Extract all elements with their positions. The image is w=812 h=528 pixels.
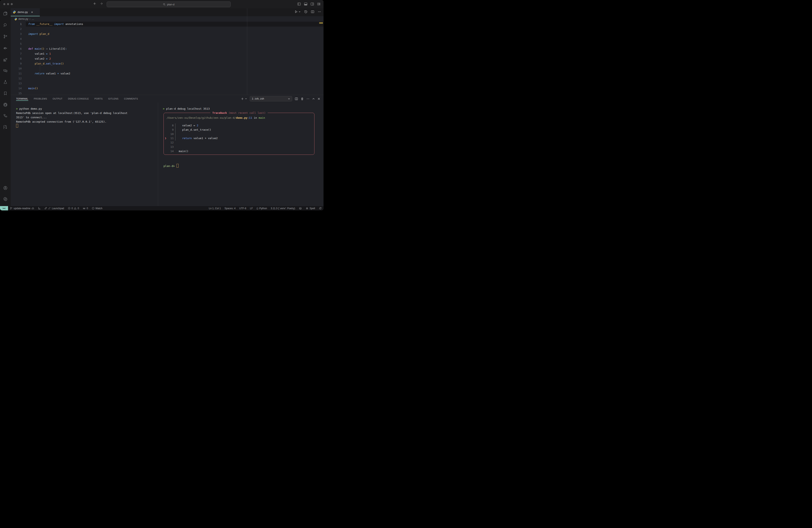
remote-indicator[interactable]: >< bbox=[0, 206, 8, 210]
back-icon[interactable] bbox=[93, 2, 96, 5]
forward-icon[interactable] bbox=[100, 2, 103, 5]
panel-bottom-icon[interactable] bbox=[304, 2, 307, 6]
run-button-icon[interactable] bbox=[294, 10, 298, 13]
panel-tab-output[interactable]: OUTPUT bbox=[53, 96, 62, 102]
code-line[interactable]: 8 value2 = 2 bbox=[11, 56, 323, 61]
terminal-pane-left[interactable]: > python demo.pyRemotePdb session open a… bbox=[16, 106, 156, 128]
panel-right-icon[interactable] bbox=[310, 2, 314, 6]
settings-gear-icon[interactable] bbox=[0, 195, 11, 203]
robot-icon bbox=[299, 207, 302, 210]
graph-item[interactable] bbox=[36, 206, 42, 210]
github-icon[interactable] bbox=[0, 101, 11, 109]
panel-more-icon[interactable] bbox=[306, 97, 309, 100]
cloud-upload-icon bbox=[31, 207, 34, 210]
history-icon[interactable] bbox=[304, 10, 307, 13]
source-control-icon[interactable] bbox=[0, 32, 11, 41]
trash-icon[interactable] bbox=[301, 97, 304, 100]
testing-icon[interactable] bbox=[0, 78, 11, 86]
run-dropdown-chevron-icon[interactable] bbox=[299, 11, 301, 13]
traffic-lights[interactable] bbox=[3, 3, 13, 5]
notifications-item[interactable] bbox=[317, 206, 323, 210]
code-line[interactable]: 10 bbox=[11, 66, 323, 71]
spell-icon bbox=[306, 207, 308, 210]
editor-group: demo.py × demo.py › … 1from __future__ i… bbox=[11, 8, 323, 95]
panel-tab-terminal[interactable]: TERMINAL bbox=[16, 96, 28, 102]
code-line[interactable]: 3import plan_d bbox=[11, 31, 323, 36]
new-terminal-dropdown-icon[interactable] bbox=[245, 98, 247, 100]
branch-label: update-readme bbox=[14, 207, 30, 210]
remote-flow-icon[interactable] bbox=[0, 112, 11, 120]
tab-demo-py[interactable]: demo.py × bbox=[11, 8, 40, 16]
extensions-icon[interactable] bbox=[0, 56, 11, 64]
comments-icon[interactable] bbox=[0, 67, 11, 75]
close-window-icon[interactable] bbox=[3, 3, 5, 5]
code-line[interactable]: 4 bbox=[11, 36, 323, 41]
code-line[interactable]: 9 plan_d.set_trace() bbox=[11, 61, 323, 66]
watch-label: Watch bbox=[96, 207, 102, 210]
terminal-pane-right[interactable]: > plan-d debug localhost 3513 Traceback … bbox=[163, 106, 320, 206]
split-editor-icon[interactable] bbox=[311, 10, 314, 13]
title-bar: plan-d bbox=[0, 0, 323, 8]
breadcrumb-more[interactable]: … bbox=[31, 17, 34, 20]
code-line[interactable]: 13 bbox=[11, 81, 323, 86]
search-sidebar-icon[interactable] bbox=[0, 21, 11, 29]
encoding[interactable]: UTF-8 bbox=[237, 206, 248, 210]
new-terminal-icon[interactable] bbox=[241, 97, 244, 100]
launchpad-item[interactable]: Launchpad bbox=[42, 206, 66, 210]
code-line[interactable]: 7 value1 = 1 bbox=[11, 51, 323, 56]
cursor-position[interactable]: Ln 1, Col 1 bbox=[207, 206, 223, 210]
more-actions-icon[interactable] bbox=[318, 10, 321, 13]
overview-ruler-marker bbox=[319, 22, 323, 24]
code-line[interactable]: 12 bbox=[11, 76, 323, 81]
run-debug-icon[interactable] bbox=[0, 44, 11, 52]
eol[interactable]: LF bbox=[248, 206, 255, 210]
broadcast-icon bbox=[83, 207, 86, 210]
editor-code[interactable]: 1from __future__ import annotations23imp… bbox=[11, 21, 323, 95]
bookmarks-icon[interactable] bbox=[0, 89, 11, 98]
indentation[interactable]: Spaces: 4 bbox=[223, 206, 237, 210]
code-line[interactable]: 1from __future__ import annotations bbox=[11, 21, 323, 27]
problems-item[interactable]: 0 0 bbox=[66, 206, 81, 210]
terminal-line: RemotePdb session open at localhost:3513… bbox=[16, 111, 156, 115]
language-mode[interactable]: { } Python bbox=[255, 206, 269, 210]
explorer-icon[interactable] bbox=[0, 10, 11, 18]
close-panel-icon[interactable] bbox=[318, 98, 320, 100]
command-center-search[interactable]: plan-d bbox=[106, 1, 231, 7]
breadcrumb[interactable]: demo.py › … bbox=[11, 16, 323, 21]
panel-tab-debug-console[interactable]: DEBUG CONSOLE bbox=[68, 96, 89, 102]
watch-icon bbox=[92, 207, 95, 209]
account-icon[interactable] bbox=[0, 184, 11, 192]
code-line[interactable]: 11 return value1 + value2 bbox=[11, 71, 323, 76]
code-settings-icon[interactable] bbox=[0, 123, 11, 131]
terminal-select[interactable]: 1: zsh, zsh bbox=[250, 96, 292, 101]
python-interpreter[interactable]: 3.11.3 ('.venv': Poetry) bbox=[269, 206, 297, 210]
terminal-line: > python demo.py bbox=[16, 106, 156, 111]
breadcrumb-file[interactable]: demo.py bbox=[18, 17, 28, 20]
panel-tab-problems[interactable]: PROBLEMS bbox=[34, 96, 47, 102]
split-terminal-icon[interactable] bbox=[295, 97, 298, 100]
maximize-panel-icon[interactable] bbox=[312, 98, 315, 100]
breadcrumb-chevron-icon: › bbox=[29, 17, 30, 20]
code-line[interactable]: 5 bbox=[11, 41, 323, 46]
code-line[interactable]: 14main() bbox=[11, 86, 323, 91]
traceback-rows: 8 value2 = 29 plan_d.set_trace()10❯11 re… bbox=[164, 123, 314, 153]
minimize-window-icon[interactable] bbox=[7, 3, 9, 5]
zoom-window-icon[interactable] bbox=[11, 3, 13, 5]
code-line[interactable]: 2 bbox=[11, 27, 323, 31]
panel-tab-ports[interactable]: PORTS bbox=[95, 96, 103, 102]
code-line[interactable]: 6def main() → Literal[3]: bbox=[11, 46, 323, 51]
panel-tab-gitlens[interactable]: GITLENS bbox=[108, 96, 119, 102]
spell-item[interactable]: Spell bbox=[304, 206, 317, 210]
branch-item[interactable]: update-readme bbox=[8, 206, 36, 210]
traceback-row: ❯11 return value1 + value2 bbox=[164, 136, 314, 141]
panel-tab-comments[interactable]: COMMENTS bbox=[124, 96, 138, 102]
tab-bar: demo.py × bbox=[11, 8, 323, 16]
robot-item[interactable] bbox=[297, 206, 304, 210]
layout-customize-icon[interactable] bbox=[317, 2, 321, 6]
pdb-prompt[interactable]: plan-d> bbox=[163, 164, 178, 168]
terminal-split-divider[interactable] bbox=[158, 102, 158, 206]
ports-item[interactable]: 0 bbox=[81, 206, 90, 210]
tab-close-icon[interactable]: × bbox=[31, 10, 33, 14]
watch-item[interactable]: Watch bbox=[90, 206, 104, 210]
panel-left-icon[interactable] bbox=[297, 2, 301, 6]
